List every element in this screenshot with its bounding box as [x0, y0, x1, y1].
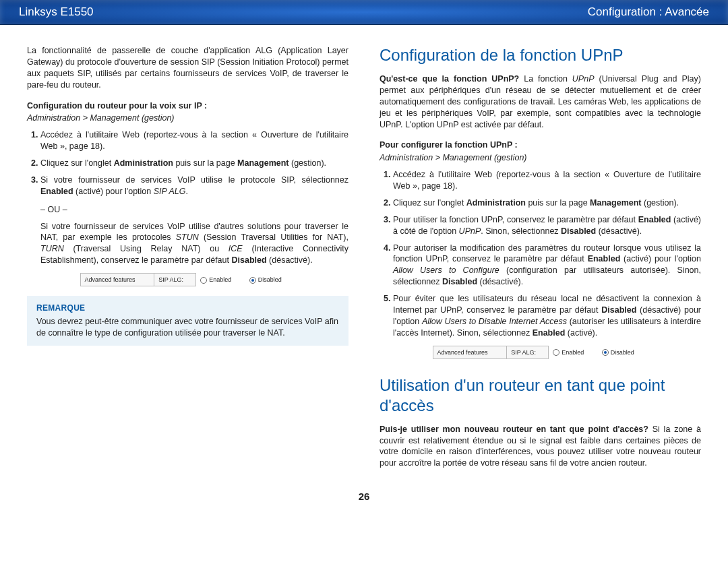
sip-alg-ui-left: Advanced features SIP ALG: Enabled Disab…: [80, 273, 296, 286]
u-step-4: Pour autoriser la modification des param…: [393, 243, 701, 288]
ui-cell-sipalg: SIP ALG:: [154, 274, 196, 286]
header-section: Configuration : Avancée: [588, 5, 709, 19]
u-step-2: Cliquez sur l'onglet Administration puis…: [393, 197, 701, 209]
sip-alg-ui-right: Advanced features SIP ALG: Enabled Disab…: [433, 346, 648, 359]
page-columns: La fonctionnalité de passerelle de couch…: [0, 25, 728, 482]
upnp-subhead: Pour configurer la fonction UPnP :: [380, 139, 701, 151]
ui2-cell-sipalg: SIP ALG:: [507, 346, 549, 358]
step-3-cont: Si votre fournisseur de services VoIP ut…: [40, 221, 348, 267]
page-header: Linksys E1550 Configuration : Avancée: [0, 0, 728, 25]
header-product: Linksys E1550: [19, 5, 94, 19]
or-separator: – OU –: [40, 204, 348, 216]
voip-subhead: Configuration du routeur pour la voix su…: [27, 100, 348, 112]
left-column: La fonctionnalité de passerelle de couch…: [27, 45, 348, 476]
alg-intro: La fonctionnalité de passerelle de couch…: [27, 45, 348, 91]
upnp-intro: Qu'est-ce que la fonction UPnP? La fonct…: [380, 73, 701, 130]
upnp-heading: Configuration de la fonction UPnP: [380, 45, 701, 65]
ui2-opt-enabled: Enabled: [549, 346, 598, 358]
step-2: Cliquez sur l'onglet Administration puis…: [40, 158, 348, 169]
ap-heading: Utilisation d'un routeur en tant que poi…: [380, 375, 701, 416]
note-title: REMARQUE: [36, 303, 339, 313]
u-step-5: Pour éviter que les utilisateurs du rése…: [393, 293, 701, 339]
note-box: REMARQUE Vous devrez peut-être communiqu…: [27, 296, 348, 346]
step-3: Si votre fournisseur de services VoIP ut…: [40, 175, 348, 197]
u-step-1: Accédez à l'utilitaire Web (reportez-vou…: [393, 169, 701, 192]
u-step-3: Pour utiliser la fonction UPnP, conserve…: [393, 214, 701, 237]
ui-opt-disabled: Disabled: [245, 274, 296, 286]
step-1: Accédez à l'utilitaire Web (reportez-vou…: [40, 129, 348, 152]
upnp-steps: Accédez à l'utilitaire Web (reportez-vou…: [380, 169, 701, 338]
ap-intro: Puis-je utiliser mon nouveau routeur en …: [380, 424, 701, 470]
nav-path-left: Administration > Management (gestion): [27, 113, 348, 124]
ui2-cell-advanced: Advanced features: [433, 346, 507, 358]
ui2-opt-disabled: Disabled: [598, 346, 648, 358]
ui-cell-advanced: Advanced features: [80, 274, 154, 286]
nav-path-right: Administration > Management (gestion): [380, 152, 701, 164]
right-column: Configuration de la fonction UPnP Qu'est…: [380, 45, 701, 476]
voip-steps: Accédez à l'utilitaire Web (reportez-vou…: [27, 129, 348, 197]
note-body: Vous devrez peut-être communiquer avec v…: [36, 316, 339, 339]
page-number: 26: [0, 482, 728, 514]
ui-opt-enabled: Enabled: [196, 274, 245, 286]
